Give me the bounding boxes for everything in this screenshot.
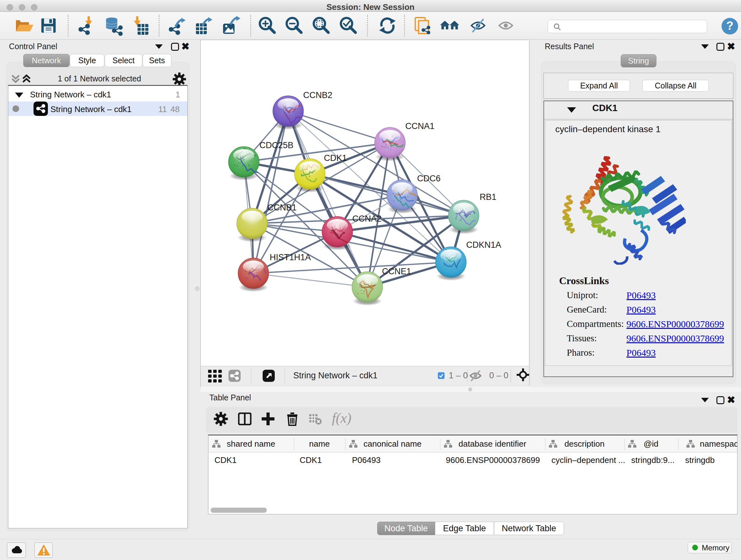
svg-text:CCNE1: CCNE1	[382, 266, 411, 276]
svg-text:CDK1: CDK1	[324, 153, 347, 163]
svg-text:CCNA2: CCNA2	[352, 214, 382, 224]
svg-text:RB1: RB1	[480, 192, 496, 202]
svg-text:HIST1H1A: HIST1H1A	[270, 253, 311, 262]
svg-text:CDC25B: CDC25B	[259, 140, 293, 150]
svg-text:CCNA1: CCNA1	[405, 121, 434, 131]
svg-text:CCNB2: CCNB2	[303, 90, 333, 100]
svg-text:CDKN1A: CDKN1A	[466, 240, 501, 250]
svg-text:CDC6: CDC6	[417, 174, 441, 183]
svg-text:CCNB1: CCNB1	[267, 203, 297, 212]
